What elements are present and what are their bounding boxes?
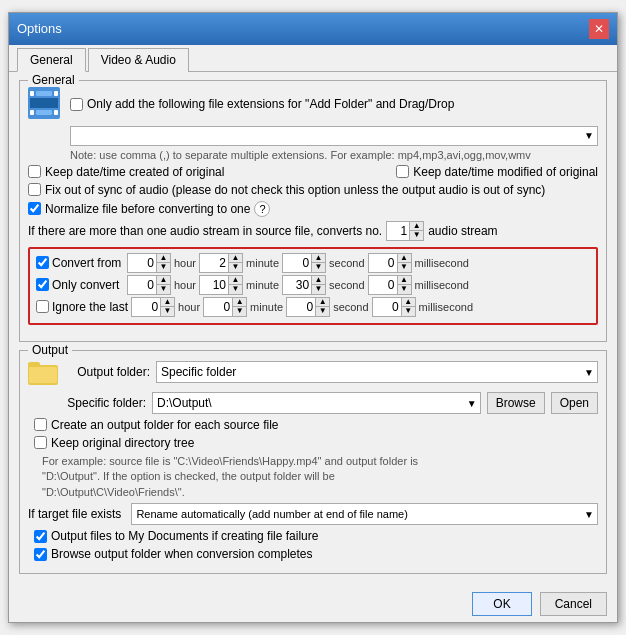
audio-stream-input[interactable] [387, 222, 409, 240]
create-folder-row: Create an output folder for each source … [34, 418, 598, 432]
add-folder-label: Only add the following file extensions f… [87, 97, 454, 111]
ms-unit-2: millisecond [415, 279, 469, 291]
specific-folder-wrapper: D:\Output\ ▼ [152, 392, 481, 414]
normalize-help-icon[interactable]: ? [254, 201, 270, 217]
browse-when-done-checkbox[interactable] [34, 548, 47, 561]
second-unit-2: second [329, 279, 364, 291]
specific-folder-row: Specific folder: D:\Output\ ▼ Browse Ope… [28, 392, 598, 414]
cancel-button[interactable]: Cancel [540, 592, 607, 616]
ignore-last-minute[interactable] [204, 298, 232, 316]
ignore-last-minute-spinner: ▲▼ [203, 297, 247, 317]
close-button[interactable]: ✕ [589, 19, 609, 39]
ignore-last-second-spinner: ▲▼ [286, 297, 330, 317]
browse-when-done-row: Browse output folder when conversion com… [34, 547, 598, 561]
only-convert-ms-spinner: ▲▼ [368, 275, 412, 295]
browse-when-done-label: Browse output folder when conversion com… [51, 547, 312, 561]
specific-folder-select[interactable]: D:\Output\ [152, 392, 481, 414]
tab-general[interactable]: General [17, 48, 86, 72]
audio-stream-down[interactable]: ▼ [409, 231, 423, 240]
convert-from-minute-down[interactable]: ▼ [228, 263, 242, 272]
specific-folder-label: Specific folder: [28, 396, 146, 410]
minute-unit-3: minute [250, 301, 283, 313]
only-convert-second-down[interactable]: ▼ [311, 285, 325, 294]
tab-content: General Only ad [9, 72, 617, 586]
ms-unit-3: millisecond [419, 301, 473, 313]
ignore-last-second-down[interactable]: ▼ [315, 307, 329, 316]
svg-rect-10 [29, 367, 57, 383]
keep-date-modified-label: Keep date/time modified of original [413, 165, 598, 179]
hour-unit-1: hour [174, 257, 196, 269]
normalize-checkbox[interactable] [28, 202, 41, 215]
convert-from-checkbox[interactable] [36, 256, 49, 269]
tab-video-audio[interactable]: Video & Audio [88, 48, 189, 72]
ignore-last-row: Ignore the last ▲▼ hour ▲▼ minute ▲▼ [36, 297, 590, 317]
keep-date-created-checkbox[interactable] [28, 165, 41, 178]
hour-unit-2: hour [174, 279, 196, 291]
browse-button[interactable]: Browse [487, 392, 545, 414]
output-group: Output Output folder: Specific folder [19, 350, 607, 574]
only-convert-second[interactable] [283, 276, 311, 294]
ignore-last-ms-down[interactable]: ▼ [401, 307, 415, 316]
target-exists-select[interactable]: Rename automatically (add number at end … [131, 503, 598, 525]
convert-from-second-down[interactable]: ▼ [311, 263, 325, 272]
output-folder-row: Output folder: Specific folder ▼ [28, 357, 598, 388]
only-convert-hour[interactable] [128, 276, 156, 294]
convert-from-ms-spinner: ▲▼ [368, 253, 412, 273]
output-info-text: For example: source file is "C:\Video\Fr… [42, 454, 598, 500]
open-button[interactable]: Open [551, 392, 598, 414]
second-unit-1: second [329, 257, 364, 269]
film-icon [28, 87, 60, 119]
create-output-folder-checkbox[interactable] [34, 418, 47, 431]
keep-date-created-label: Keep date/time created of original [45, 165, 224, 179]
ignore-last-minute-down[interactable]: ▼ [232, 307, 246, 316]
minute-unit-1: minute [246, 257, 279, 269]
fix-sync-row: Fix out of sync of audio (please do not … [28, 183, 598, 197]
ms-unit-1: millisecond [415, 257, 469, 269]
output-my-docs-checkbox[interactable] [34, 530, 47, 543]
only-convert-ms-down[interactable]: ▼ [397, 285, 411, 294]
keep-date-row: Keep date/time created of original Keep … [28, 165, 598, 179]
ignore-last-hour[interactable] [132, 298, 160, 316]
output-group-title: Output [28, 343, 72, 357]
ok-button[interactable]: OK [472, 592, 531, 616]
only-convert-checkbox[interactable] [36, 278, 49, 291]
only-convert-minute-spinner: ▲▼ [199, 275, 243, 295]
svg-rect-9 [28, 362, 40, 367]
add-folder-checkbox[interactable] [70, 98, 83, 111]
only-convert-minute[interactable] [200, 276, 228, 294]
output-folder-select[interactable]: Specific folder [156, 361, 598, 383]
convert-from-hour[interactable] [128, 254, 156, 272]
convert-from-row: Convert from ▲▼ hour ▲▼ minute ▲▼ [36, 253, 590, 273]
svg-rect-7 [54, 110, 58, 115]
ext-dropdown-arrow: ▼ [584, 130, 594, 141]
convert-from-minute-spinner: ▲▼ [199, 253, 243, 273]
svg-rect-5 [30, 110, 34, 115]
extensions-input[interactable] [70, 126, 598, 146]
keep-directory-checkbox[interactable] [34, 436, 47, 449]
audio-stream-suffix: audio stream [428, 224, 497, 238]
second-unit-3: second [333, 301, 368, 313]
only-convert-hour-down[interactable]: ▼ [156, 285, 170, 294]
title-bar: Options ✕ [9, 13, 617, 45]
svg-rect-3 [54, 91, 58, 96]
ignore-last-checkbox[interactable] [36, 300, 49, 313]
minute-unit-2: minute [246, 279, 279, 291]
keep-date-modified-checkbox[interactable] [396, 165, 409, 178]
convert-from-minute[interactable] [200, 254, 228, 272]
ignore-last-second[interactable] [287, 298, 315, 316]
convert-from-second[interactable] [283, 254, 311, 272]
only-convert-minute-down[interactable]: ▼ [228, 285, 242, 294]
fix-sync-checkbox[interactable] [28, 183, 41, 196]
fix-sync-label: Fix out of sync of audio (please do not … [45, 183, 545, 197]
only-convert-ms[interactable] [369, 276, 397, 294]
ignore-last-ms[interactable] [373, 298, 401, 316]
only-convert-hour-spinner: ▲▼ [127, 275, 171, 295]
convert-from-ms[interactable] [369, 254, 397, 272]
extensions-note: Note: use comma (,) to separate multiple… [70, 149, 598, 161]
output-folder-icon [28, 357, 60, 385]
create-output-folder-label: Create an output folder for each source … [51, 418, 278, 432]
ignore-last-hour-down[interactable]: ▼ [160, 307, 174, 316]
convert-from-hour-down[interactable]: ▼ [156, 263, 170, 272]
convert-from-ms-down[interactable]: ▼ [397, 263, 411, 272]
svg-rect-1 [30, 91, 34, 96]
